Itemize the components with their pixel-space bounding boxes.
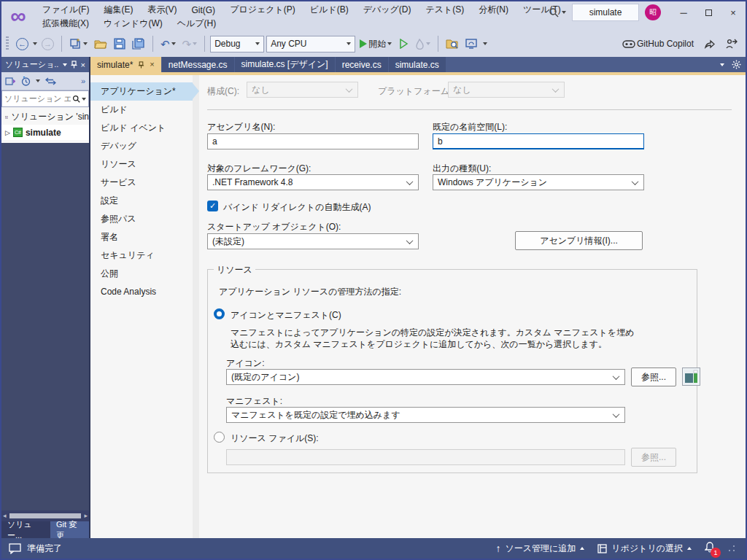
notifications-button[interactable]: 1 (705, 542, 715, 555)
assembly-name-input[interactable]: a (207, 133, 419, 149)
nav-item-build-events[interactable]: ビルド イベント (90, 119, 193, 137)
nav-scrollbar-track[interactable] (193, 75, 199, 538)
nav-item-reference-paths[interactable]: 参照パス (90, 210, 193, 228)
start-without-debug-button[interactable] (396, 35, 411, 52)
resize-grip[interactable] (728, 545, 735, 552)
feedback-button[interactable] (724, 35, 740, 52)
solution-search-input[interactable]: ソリューション エ (1, 90, 89, 107)
account-avatar[interactable]: 昭 (645, 4, 661, 20)
panel-tab-git-changes[interactable]: Git 変更 (50, 521, 89, 538)
assembly-information-button[interactable]: アセンブリ情報(I)... (515, 231, 643, 250)
menu-project[interactable]: プロジェクト(P) (222, 4, 303, 16)
toolbar-overflow-caret-icon[interactable] (483, 42, 487, 45)
resource-file-radio[interactable] (214, 432, 225, 443)
share-button[interactable] (702, 35, 718, 52)
menu-view[interactable]: 表示(V) (140, 4, 184, 16)
expand-arrow-icon[interactable]: ▷ (5, 129, 10, 136)
feedback-bubble-icon[interactable] (9, 543, 21, 554)
new-project-button[interactable] (67, 35, 90, 52)
tab-simulate-properties[interactable]: simulate* × (90, 57, 161, 72)
sync-with-active-document-icon[interactable] (45, 77, 56, 85)
menu-test[interactable]: テスト(S) (418, 4, 471, 16)
nav-item-settings[interactable]: 設定 (90, 192, 193, 210)
scroll-right-icon[interactable]: ▸ (84, 513, 88, 519)
default-namespace-input[interactable]: b (433, 133, 644, 149)
autogen-binding-redirects-checkbox[interactable]: ✓ (207, 201, 218, 211)
menu-analyze[interactable]: 分析(N) (471, 4, 516, 16)
menu-debug[interactable]: デバッグ(D) (356, 4, 419, 16)
tab-list-caret-icon[interactable] (720, 63, 724, 66)
open-file-button[interactable] (92, 35, 109, 52)
nav-item-publish[interactable]: 公開 (90, 265, 193, 283)
nav-item-application[interactable]: アプリケーション* (90, 82, 193, 101)
add-to-source-control-button[interactable]: ↑ ソース管理に追加 (495, 542, 584, 555)
navigate-forward-button[interactable]: → (39, 35, 56, 52)
startup-object-dropdown[interactable]: (未設定) (207, 233, 419, 249)
pending-changes-filter-icon[interactable] (21, 77, 31, 86)
save-button[interactable] (112, 35, 128, 52)
close-button[interactable]: × (721, 1, 746, 23)
nav-item-security[interactable]: セキュリティ (90, 246, 193, 265)
solution-configuration-combo[interactable]: Debug (210, 36, 264, 52)
new-project-caret-icon[interactable] (83, 42, 88, 45)
icon-label: アイコン: (226, 357, 264, 370)
tab-simulate-code[interactable]: simulate.cs (389, 57, 446, 72)
tab-close-icon[interactable]: × (150, 61, 154, 69)
undo-button[interactable]: ↶ (158, 35, 178, 52)
menu-build[interactable]: ビルド(B) (303, 4, 356, 16)
toolbar-grip[interactable] (6, 36, 9, 51)
panel-menu-caret-icon[interactable] (63, 63, 67, 66)
search-icon[interactable] (549, 7, 566, 18)
navigate-back-caret-icon[interactable] (33, 42, 37, 45)
switch-views-icon[interactable] (5, 77, 16, 86)
target-framework-dropdown[interactable]: .NET Framework 4.8 (207, 174, 419, 190)
github-copilot-button[interactable]: GitHub Copilot (620, 35, 696, 52)
search-options-caret-icon[interactable] (82, 98, 86, 101)
output-type-dropdown[interactable]: Windows アプリケーション (433, 174, 644, 190)
tab-receive[interactable]: receive.cs (336, 57, 388, 72)
nav-item-signing[interactable]: 署名 (90, 228, 193, 246)
start-caret-icon[interactable] (387, 42, 392, 45)
live-share-session-button[interactable] (463, 35, 479, 52)
browse-icon-button[interactable]: 参照... (631, 368, 676, 386)
menu-window[interactable]: ウィンドウ(W) (96, 18, 170, 30)
tree-item-project[interactable]: ▷ C# simulate (1, 125, 89, 140)
redo-button[interactable]: ↷ (180, 35, 200, 52)
menu-file[interactable]: ファイル(F) (35, 4, 96, 16)
nav-item-debug[interactable]: デバッグ (90, 137, 193, 155)
icon-dropdown[interactable]: (既定のアイコン) (226, 369, 625, 385)
tree-item-solution[interactable]: ソリューション 'sin (1, 109, 89, 125)
panel-close-icon[interactable]: × (81, 61, 85, 69)
tab-netmessage[interactable]: netMessage.cs (162, 57, 234, 72)
undo-caret-icon[interactable] (171, 42, 176, 45)
navigate-back-button[interactable]: ← (14, 35, 31, 52)
nav-item-resources[interactable]: リソース (90, 155, 193, 174)
tab-simulate-designer[interactable]: simulate.cs [デザイン] (235, 57, 335, 72)
gear-icon[interactable] (732, 60, 741, 69)
pin-icon[interactable] (71, 61, 77, 69)
nav-item-services[interactable]: サービス (90, 174, 193, 192)
menu-extensions[interactable]: 拡張機能(X) (35, 18, 96, 30)
manifest-dropdown[interactable]: マニフェストを既定の設定で埋め込みます (226, 407, 625, 423)
start-debug-button[interactable]: 開始 (357, 35, 394, 52)
maximize-button[interactable] (696, 1, 721, 23)
menu-git[interactable]: Git(G) (184, 5, 222, 15)
scroll-left-icon[interactable]: ◂ (3, 513, 7, 519)
filter-caret-icon[interactable] (36, 79, 40, 82)
save-all-button[interactable] (130, 35, 147, 52)
find-in-files-button[interactable] (444, 35, 461, 52)
menu-help[interactable]: ヘルプ(H) (170, 18, 224, 30)
quick-search-input[interactable]: simulate (572, 4, 639, 21)
select-repository-button[interactable]: リポジトリの選択 (597, 542, 692, 555)
nav-item-code-analysis[interactable]: Code Analysis (90, 283, 193, 301)
panel-toolbar-overflow-icon[interactable]: » (81, 77, 85, 85)
pin-icon[interactable] (138, 61, 144, 69)
nav-item-build[interactable]: ビルド (90, 101, 193, 119)
panel-tab-solution-explorer[interactable]: ソリュー... (1, 521, 50, 538)
solution-platform-combo[interactable]: Any CPU (266, 36, 355, 52)
search-scope-caret-icon[interactable] (562, 11, 566, 14)
icon-and-manifest-radio[interactable] (214, 308, 225, 319)
menu-edit[interactable]: 編集(E) (96, 4, 140, 16)
scrollbar-thumb[interactable] (9, 513, 82, 518)
minimize-button[interactable]: ─ (671, 1, 696, 23)
